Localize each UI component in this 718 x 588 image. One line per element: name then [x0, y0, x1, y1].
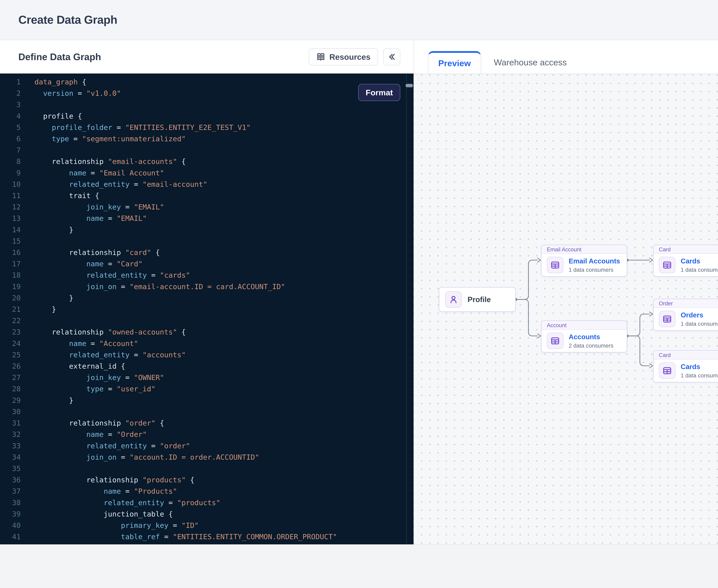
code-line[interactable]: 7: [0, 145, 414, 156]
node-title-link[interactable]: Cards: [681, 363, 718, 371]
code-text: related_entity = "accounts": [35, 349, 186, 361]
code-line[interactable]: 12 join_key = "EMAIL": [0, 202, 414, 213]
code-line[interactable]: 3: [0, 99, 414, 110]
code-line[interactable]: 16 relationship "card" {: [0, 247, 414, 258]
code-line[interactable]: 6 type = "segment:unmaterialized": [0, 133, 414, 145]
code-line[interactable]: 9 name = "Email Account": [0, 167, 414, 179]
code-line[interactable]: 18 related_entity = "cards": [0, 270, 414, 281]
code-text: name = "EMAIL": [35, 213, 147, 224]
resources-button[interactable]: Resources: [309, 48, 378, 65]
code-text: related_entity = "cards": [35, 270, 190, 281]
graph-node-email-account[interactable]: Email AccountEmail Accounts1 data consum…: [541, 245, 627, 277]
line-number: 2: [0, 88, 21, 99]
code-line[interactable]: 36 relationship "products" {: [0, 474, 414, 486]
book-icon: [316, 52, 325, 61]
code-line[interactable]: 19 join_on = "email-account.ID = card.AC…: [0, 281, 414, 292]
code-line[interactable]: 30: [0, 406, 414, 417]
code-editor[interactable]: 1data_graph {2 version = "v1.0.0"34 prof…: [0, 74, 414, 544]
code-text: relationship "owned-accounts" {: [35, 327, 186, 338]
format-button[interactable]: Format: [358, 84, 401, 101]
code-line[interactable]: 38 related_entity = "products": [0, 497, 414, 508]
line-number: 19: [0, 281, 21, 292]
code-line[interactable]: 29 }: [0, 395, 414, 406]
graph-node-order[interactable]: OrderOrders1 data consumers: [653, 299, 718, 331]
code-text: name = "Order": [35, 429, 147, 440]
graph-node-card-1[interactable]: CardCards1 data consumer: [653, 245, 718, 277]
panel-resize-handle[interactable]: [406, 84, 413, 87]
node-title-link[interactable]: Cards: [681, 257, 718, 265]
code-line[interactable]: 23 relationship "owned-accounts" {: [0, 327, 414, 338]
code-text: primary_key = "ID": [35, 520, 199, 531]
code-lines: 1data_graph {2 version = "v1.0.0"34 prof…: [0, 74, 414, 543]
editor-toolbar: Define Data Graph Resources: [0, 40, 414, 74]
code-line[interactable]: 33 related_entity = "order": [0, 440, 414, 451]
code-line[interactable]: 27 join_key = "OWNER": [0, 372, 414, 383]
code-line[interactable]: 25 related_entity = "accounts": [0, 349, 414, 361]
code-line[interactable]: 14 }: [0, 224, 414, 236]
code-line[interactable]: 11 trait {: [0, 190, 414, 202]
code-line[interactable]: 39 junction_table {: [0, 508, 414, 520]
line-number: 36: [0, 474, 21, 486]
code-line[interactable]: 32 name = "Order": [0, 429, 414, 440]
line-number: 33: [0, 440, 21, 451]
code-line[interactable]: 28 type = "user_id": [0, 383, 414, 395]
double-chevron-left-icon: [387, 52, 396, 61]
code-line[interactable]: 26 external_id {: [0, 361, 414, 372]
code-text: version = "v1.0.0": [35, 88, 121, 99]
code-text: profile_folder = "ENTITIES.ENTITY_E2E_TE…: [35, 122, 251, 133]
code-text: join_key = "OWNER": [35, 372, 164, 383]
code-text: profile {: [35, 110, 82, 122]
code-line[interactable]: 1data_graph {: [0, 76, 414, 88]
code-line[interactable]: 10 related_entity = "email-account": [0, 179, 414, 190]
node-consumers-label: 1 data consumers: [681, 321, 718, 327]
code-line[interactable]: 34 join_on = "account.ID = order.ACCOUNT…: [0, 451, 414, 463]
toolbar-row: Define Data Graph Resources: [0, 40, 718, 74]
code-text: join_on = "email-account.ID = card.ACCOU…: [35, 281, 285, 292]
node-consumers-label: 1 data consumers: [569, 267, 620, 273]
table-icon: [547, 257, 563, 273]
node-title: Profile: [468, 295, 491, 304]
code-text: name = "Email Account": [35, 167, 164, 179]
preview-tabs: PreviewWarehouse access: [414, 40, 718, 74]
node-title-link[interactable]: Email Accounts: [569, 257, 620, 265]
create-data-graph-page: Create Data Graph Cancel Define Data Gra…: [0, 0, 718, 588]
node-title-link[interactable]: Accounts: [569, 333, 613, 341]
code-line[interactable]: 2 version = "v1.0.0": [0, 88, 414, 99]
code-line[interactable]: 21 }: [0, 304, 414, 315]
code-line[interactable]: 31 relationship "order" {: [0, 417, 414, 429]
code-text: name = "Account": [35, 338, 138, 349]
line-number: 16: [0, 247, 21, 258]
code-line[interactable]: 17 name = "Card": [0, 258, 414, 270]
line-number: 38: [0, 497, 21, 508]
line-number: 32: [0, 429, 21, 440]
code-text: relationship "order" {: [35, 417, 164, 429]
line-number: 5: [0, 122, 21, 133]
panel-divider: [406, 74, 407, 544]
preview-canvas[interactable]: ProfileEmail AccountEmail Accounts1 data…: [414, 74, 718, 544]
code-text: }: [35, 224, 74, 236]
code-line[interactable]: 13 name = "EMAIL": [0, 213, 414, 224]
line-number: 6: [0, 133, 21, 145]
node-entity-label: Card: [654, 351, 718, 359]
code-line[interactable]: 35: [0, 463, 414, 474]
code-line[interactable]: 8 relationship "email-accounts" {: [0, 156, 414, 167]
code-line[interactable]: 41 table_ref = "ENTITIES.ENTITY_COMMON.O…: [0, 531, 414, 543]
node-title-link[interactable]: Orders: [681, 311, 718, 319]
tab-preview[interactable]: Preview: [428, 51, 481, 74]
table-icon: [659, 362, 676, 379]
code-line[interactable]: 4 profile {: [0, 110, 414, 122]
code-line[interactable]: 20 }: [0, 292, 414, 304]
graph-node-card-2[interactable]: CardCards1 data consumers: [653, 350, 718, 382]
graph-node-account[interactable]: AccountAccounts2 data consumers: [541, 320, 627, 353]
code-line[interactable]: 15: [0, 236, 414, 247]
graph-node-profile[interactable]: Profile: [439, 287, 516, 312]
code-line[interactable]: 40 primary_key = "ID": [0, 520, 414, 531]
code-line[interactable]: 37 name = "Products": [0, 486, 414, 497]
tab-warehouse-access[interactable]: Warehouse access: [481, 51, 579, 74]
table-icon: [547, 333, 563, 349]
collapse-panel-button[interactable]: [383, 48, 401, 65]
editor-panel-title: Define Data Graph: [18, 51, 101, 62]
code-line[interactable]: 22: [0, 315, 414, 327]
code-line[interactable]: 24 name = "Account": [0, 338, 414, 349]
code-line[interactable]: 5 profile_folder = "ENTITIES.ENTITY_E2E_…: [0, 122, 414, 133]
